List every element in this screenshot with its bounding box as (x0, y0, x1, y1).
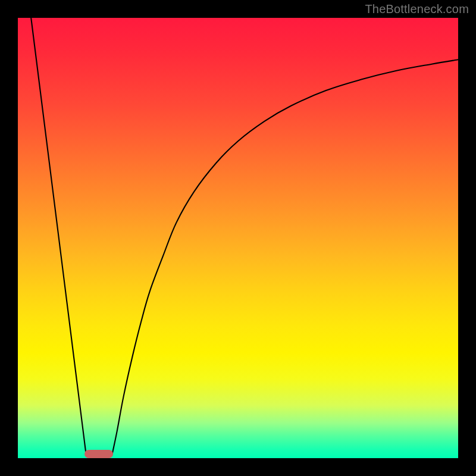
plot-area (18, 18, 458, 458)
bottleneck-marker (84, 450, 113, 458)
left-line (31, 18, 86, 455)
chart-frame: TheBottleneck.com (0, 0, 476, 476)
right-curve (112, 60, 458, 455)
watermark-text: TheBottleneck.com (365, 2, 469, 16)
curve-svg (18, 18, 458, 458)
